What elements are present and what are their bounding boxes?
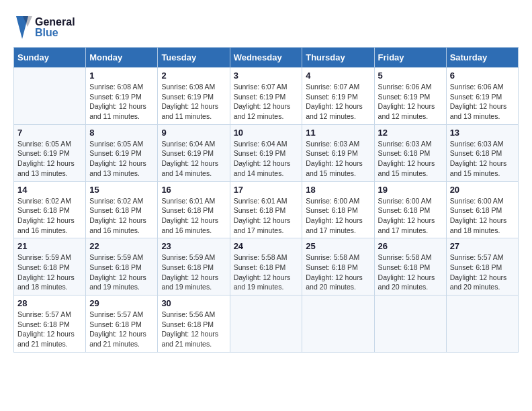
day-detail: Sunrise: 6:03 AMSunset: 6:18 PMDaylight:… <box>450 139 515 179</box>
calendar-cell: 17Sunrise: 6:01 AMSunset: 6:18 PMDayligh… <box>230 181 302 238</box>
calendar-cell: 3Sunrise: 6:07 AMSunset: 6:19 PMDaylight… <box>230 68 302 125</box>
day-number: 9 <box>161 128 226 138</box>
day-detail: Sunrise: 6:00 AMSunset: 6:18 PMDaylight:… <box>378 196 443 236</box>
day-detail: Sunrise: 6:03 AMSunset: 6:18 PMDaylight:… <box>378 139 443 179</box>
day-header-tuesday: Tuesday <box>158 48 230 68</box>
day-detail: Sunrise: 5:59 AMSunset: 6:18 PMDaylight:… <box>89 253 154 292</box>
week-row-0: 1Sunrise: 6:08 AMSunset: 6:19 PMDaylight… <box>14 68 519 125</box>
day-detail: Sunrise: 6:06 AMSunset: 6:19 PMDaylight:… <box>450 82 515 122</box>
day-number: 16 <box>161 185 226 195</box>
day-header-saturday: Saturday <box>446 48 518 68</box>
week-row-1: 7Sunrise: 6:05 AMSunset: 6:19 PMDaylight… <box>14 124 519 181</box>
calendar-cell: 30Sunrise: 5:56 AMSunset: 6:18 PMDayligh… <box>158 295 230 353</box>
day-number: 26 <box>378 241 443 251</box>
day-number: 19 <box>378 185 443 195</box>
day-detail: Sunrise: 5:59 AMSunset: 6:18 PMDaylight:… <box>17 253 82 292</box>
calendar-cell: 22Sunrise: 5:59 AMSunset: 6:18 PMDayligh… <box>86 238 158 295</box>
day-number: 25 <box>306 241 370 251</box>
calendar-cell: 10Sunrise: 6:04 AMSunset: 6:19 PMDayligh… <box>230 124 302 181</box>
day-number: 13 <box>450 128 515 138</box>
calendar-cell: 1Sunrise: 6:08 AMSunset: 6:19 PMDaylight… <box>86 68 158 125</box>
calendar-cell: 2Sunrise: 6:08 AMSunset: 6:19 PMDaylight… <box>158 68 230 125</box>
day-number: 28 <box>17 298 82 308</box>
calendar-cell: 8Sunrise: 6:05 AMSunset: 6:19 PMDaylight… <box>86 124 158 181</box>
day-number: 2 <box>161 71 226 81</box>
calendar-cell: 29Sunrise: 5:57 AMSunset: 6:18 PMDayligh… <box>86 295 158 353</box>
calendar-cell: 4Sunrise: 6:07 AMSunset: 6:19 PMDaylight… <box>302 68 374 125</box>
calendar-cell: 19Sunrise: 6:00 AMSunset: 6:18 PMDayligh… <box>374 181 446 238</box>
day-number: 11 <box>306 128 370 138</box>
calendar-cell: 26Sunrise: 5:58 AMSunset: 6:18 PMDayligh… <box>374 238 446 295</box>
day-detail: Sunrise: 6:05 AMSunset: 6:19 PMDaylight:… <box>89 139 154 179</box>
calendar-header-row: SundayMondayTuesdayWednesdayThursdayFrid… <box>14 48 519 68</box>
day-number: 1 <box>89 71 154 81</box>
day-detail: Sunrise: 6:05 AMSunset: 6:19 PMDaylight:… <box>17 139 82 179</box>
day-detail: Sunrise: 6:03 AMSunset: 6:19 PMDaylight:… <box>306 139 370 179</box>
day-number: 30 <box>161 298 226 308</box>
calendar-cell: 25Sunrise: 5:58 AMSunset: 6:18 PMDayligh… <box>302 238 374 295</box>
day-number: 24 <box>234 241 299 251</box>
calendar-cell: 9Sunrise: 6:04 AMSunset: 6:19 PMDaylight… <box>158 124 230 181</box>
calendar-cell: 12Sunrise: 6:03 AMSunset: 6:18 PMDayligh… <box>374 124 446 181</box>
calendar-cell: 7Sunrise: 6:05 AMSunset: 6:19 PMDaylight… <box>14 124 86 181</box>
day-detail: Sunrise: 6:07 AMSunset: 6:19 PMDaylight:… <box>306 82 370 122</box>
day-header-sunday: Sunday <box>14 48 86 68</box>
day-number: 4 <box>306 71 370 81</box>
day-detail: Sunrise: 6:01 AMSunset: 6:18 PMDaylight:… <box>234 196 299 236</box>
day-number: 29 <box>89 298 154 308</box>
day-detail: Sunrise: 5:58 AMSunset: 6:18 PMDaylight:… <box>234 253 299 292</box>
day-detail: Sunrise: 6:00 AMSunset: 6:18 PMDaylight:… <box>306 196 370 236</box>
calendar-cell: 28Sunrise: 5:57 AMSunset: 6:18 PMDayligh… <box>14 295 86 353</box>
day-header-friday: Friday <box>374 48 446 68</box>
day-number: 3 <box>234 71 299 81</box>
calendar-cell <box>302 295 374 353</box>
calendar-cell <box>230 295 302 353</box>
svg-text:Blue: Blue <box>35 27 58 38</box>
day-number: 22 <box>89 241 154 251</box>
day-number: 27 <box>450 241 515 251</box>
calendar-cell <box>374 295 446 353</box>
day-detail: Sunrise: 5:57 AMSunset: 6:18 PMDaylight:… <box>450 253 515 292</box>
week-row-3: 21Sunrise: 5:59 AMSunset: 6:18 PMDayligh… <box>14 238 519 295</box>
day-detail: Sunrise: 5:56 AMSunset: 6:18 PMDaylight:… <box>161 310 226 349</box>
day-detail: Sunrise: 6:08 AMSunset: 6:19 PMDaylight:… <box>161 82 226 122</box>
week-row-2: 14Sunrise: 6:02 AMSunset: 6:18 PMDayligh… <box>14 181 519 238</box>
day-number: 23 <box>161 241 226 251</box>
calendar-cell: 21Sunrise: 5:59 AMSunset: 6:18 PMDayligh… <box>14 238 86 295</box>
day-number: 18 <box>306 185 370 195</box>
calendar-cell: 18Sunrise: 6:00 AMSunset: 6:18 PMDayligh… <box>302 181 374 238</box>
logo-svg: GeneralBlue <box>13 13 87 40</box>
day-number: 12 <box>378 128 443 138</box>
day-number: 8 <box>89 128 154 138</box>
calendar-cell: 27Sunrise: 5:57 AMSunset: 6:18 PMDayligh… <box>446 238 518 295</box>
calendar-cell <box>446 295 518 353</box>
day-detail: Sunrise: 6:04 AMSunset: 6:19 PMDaylight:… <box>234 139 299 179</box>
day-detail: Sunrise: 6:07 AMSunset: 6:19 PMDaylight:… <box>234 82 299 122</box>
day-number: 20 <box>450 185 515 195</box>
calendar-cell: 24Sunrise: 5:58 AMSunset: 6:18 PMDayligh… <box>230 238 302 295</box>
page-header: GeneralBlue <box>13 13 519 40</box>
day-header-monday: Monday <box>86 48 158 68</box>
day-detail: Sunrise: 6:02 AMSunset: 6:18 PMDaylight:… <box>89 196 154 236</box>
day-detail: Sunrise: 5:58 AMSunset: 6:18 PMDaylight:… <box>378 253 443 292</box>
day-number: 21 <box>17 241 82 251</box>
logo: GeneralBlue <box>13 13 87 40</box>
calendar-cell: 11Sunrise: 6:03 AMSunset: 6:19 PMDayligh… <box>302 124 374 181</box>
day-detail: Sunrise: 5:57 AMSunset: 6:18 PMDaylight:… <box>89 310 154 349</box>
day-detail: Sunrise: 6:04 AMSunset: 6:19 PMDaylight:… <box>161 139 226 179</box>
day-number: 5 <box>378 71 443 81</box>
calendar-cell <box>14 68 86 125</box>
day-detail: Sunrise: 6:00 AMSunset: 6:18 PMDaylight:… <box>450 196 515 236</box>
calendar-cell: 23Sunrise: 5:59 AMSunset: 6:18 PMDayligh… <box>158 238 230 295</box>
calendar-cell: 6Sunrise: 6:06 AMSunset: 6:19 PMDaylight… <box>446 68 518 125</box>
day-detail: Sunrise: 5:57 AMSunset: 6:18 PMDaylight:… <box>17 310 82 349</box>
calendar-table: SundayMondayTuesdayWednesdayThursdayFrid… <box>13 47 519 353</box>
day-header-wednesday: Wednesday <box>230 48 302 68</box>
svg-text:General: General <box>35 16 75 28</box>
calendar-cell: 16Sunrise: 6:01 AMSunset: 6:18 PMDayligh… <box>158 181 230 238</box>
calendar-cell: 14Sunrise: 6:02 AMSunset: 6:18 PMDayligh… <box>14 181 86 238</box>
calendar-cell: 13Sunrise: 6:03 AMSunset: 6:18 PMDayligh… <box>446 124 518 181</box>
day-number: 10 <box>234 128 299 138</box>
day-header-thursday: Thursday <box>302 48 374 68</box>
calendar-cell: 5Sunrise: 6:06 AMSunset: 6:19 PMDaylight… <box>374 68 446 125</box>
